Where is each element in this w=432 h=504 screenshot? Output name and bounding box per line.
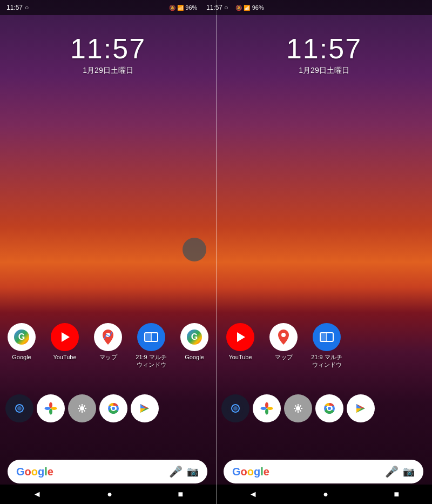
screen-right: 11:57 1月29日土曜日 🔒 ロック ⭐ 好きな 🚀 クリーン ⚙️ 設定 [216, 0, 432, 504]
clock-icon-right: ○ [224, 4, 228, 11]
google-g-right: Google [232, 466, 269, 478]
battery-left: 96% [185, 4, 197, 11]
settings-icon-left[interactable] [68, 394, 96, 422]
app-label-multi-left: 21:9 マルチウィンドウ [136, 353, 166, 369]
google-icon-left: G [8, 323, 36, 351]
clock-date-right: 1月29日土曜日 [286, 66, 362, 76]
youtube-play-left [62, 332, 70, 342]
play-store-icon-right[interactable] [347, 394, 375, 422]
camera-icon-left[interactable] [5, 394, 33, 422]
recent-btn-right[interactable]: ■ [394, 489, 400, 499]
lens-icon-left[interactable]: 📷 [187, 466, 199, 478]
app-label-multi-right: 21:9 マルチウィンドウ [311, 353, 342, 369]
svg-rect-4 [145, 333, 151, 341]
time-right: 11:57 [206, 4, 222, 11]
app-google-left2[interactable]: G Google [173, 323, 216, 361]
google-g-left: Google [16, 466, 53, 478]
svg-rect-24 [321, 333, 326, 341]
maps-icon-left [94, 323, 122, 351]
status-left: 11:57 ○ [6, 4, 29, 11]
svg-point-19 [112, 407, 115, 410]
multi-icon-right [313, 323, 341, 351]
app-multi-right[interactable]: 21:9 マルチウィンドウ [305, 323, 348, 369]
svg-point-12 [45, 407, 51, 410]
clock-left: 11:57 1月29日土曜日 [70, 32, 146, 76]
app-label-maps-right: マップ [275, 353, 293, 361]
app-row-left-top: G Google YouTube マップ [0, 323, 216, 369]
status-bar: 11:57 ○ 🔕 📶 96% 11:57 ○ 🔕 📶 96% [0, 0, 432, 15]
google-icon-left2: G [180, 323, 208, 351]
svg-point-14 [80, 406, 84, 411]
home-btn-left[interactable]: ● [107, 489, 112, 499]
svg-point-11 [49, 409, 52, 415]
settings-icon-right[interactable] [284, 394, 312, 422]
svg-point-9 [49, 402, 52, 408]
clock-date-left: 1月29日土曜日 [70, 66, 146, 76]
silent-icon-right: 🔕 [235, 5, 242, 11]
home-btn-right[interactable]: ● [323, 489, 328, 499]
app-label-youtube-right: YouTube [228, 353, 252, 361]
app-maps-left[interactable]: マップ [86, 323, 130, 361]
back-btn-right[interactable]: ◄ [249, 489, 258, 499]
svg-point-21 [281, 333, 286, 337]
dock-row-left [0, 394, 159, 422]
status-center: 🔕 📶 96% 11:57 ○ 🔕 📶 96% [169, 4, 264, 11]
svg-point-10 [51, 407, 57, 410]
back-btn-left[interactable]: ◄ [33, 489, 42, 499]
photos-icon-left[interactable] [37, 394, 65, 422]
play-store-icon-left[interactable] [131, 394, 159, 422]
svg-point-31 [265, 409, 268, 415]
svg-point-30 [267, 407, 273, 410]
nav-left: ◄ ● ■ [0, 489, 216, 499]
multi-icon-left [137, 323, 165, 351]
youtube-icon-right [226, 323, 254, 351]
maps-icon-right [269, 323, 298, 351]
app-maps-right[interactable]: マップ [262, 323, 305, 361]
wifi-icon-right: 📶 [244, 5, 250, 11]
svg-point-32 [261, 407, 267, 410]
battery-right: 96% [252, 4, 264, 11]
app-label-google-left2: Google [185, 353, 204, 361]
home-circle-button[interactable] [183, 238, 206, 261]
dock-row-right [216, 394, 375, 422]
app-label-google-left: Google [12, 353, 31, 361]
clock-time-right: 11:57 [286, 32, 362, 65]
app-youtube-left[interactable]: YouTube [43, 323, 86, 361]
wifi-icon-left: 📶 [177, 5, 184, 11]
recent-btn-left[interactable]: ■ [178, 489, 184, 499]
mic-icon-right[interactable]: 🎤 [385, 465, 399, 478]
time-left: 11:57 [6, 4, 23, 11]
app-multi-left[interactable]: 21:9 マルチウィンドウ [130, 323, 173, 369]
screen-divider [216, 0, 217, 504]
svg-point-27 [233, 406, 238, 411]
app-row-right-top: YouTube マップ 21:9 マルチウィンドウ [216, 323, 348, 369]
app-label-maps-left: マップ [99, 353, 117, 361]
svg-point-39 [328, 407, 331, 410]
svg-point-7 [17, 406, 22, 411]
clock-icon-left: ○ [25, 4, 29, 11]
camera-icon-right[interactable] [221, 394, 249, 422]
search-bar-left[interactable]: Google 🎤 📷 [8, 460, 207, 483]
nav-right: ◄ ● ■ [216, 489, 432, 499]
youtube-icon-left [51, 323, 79, 351]
search-bar-right[interactable]: Google 🎤 📷 [224, 460, 423, 483]
chrome-icon-right[interactable] [315, 394, 343, 422]
silent-icon-left: 🔕 [169, 5, 176, 11]
mic-icon-left[interactable]: 🎤 [169, 465, 183, 478]
app-label-youtube-left: YouTube [53, 353, 76, 361]
chrome-icon-left[interactable] [99, 394, 127, 422]
clock-right: 11:57 1月29日土曜日 [286, 32, 362, 76]
photos-icon-right[interactable] [253, 394, 281, 422]
lens-icon-right[interactable]: 📷 [403, 466, 415, 478]
app-youtube-right[interactable]: YouTube [219, 323, 262, 361]
svg-point-29 [265, 402, 268, 408]
youtube-play-right [237, 332, 245, 342]
clock-time-left: 11:57 [70, 32, 146, 65]
screen-left: 11:57 1月29日土曜日 G Google [0, 0, 216, 504]
app-google-left[interactable]: G Google [0, 323, 43, 361]
svg-point-34 [296, 406, 300, 411]
